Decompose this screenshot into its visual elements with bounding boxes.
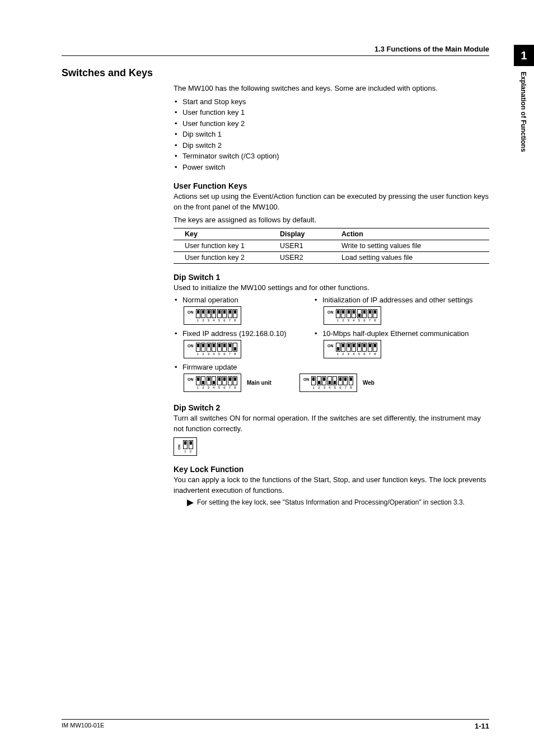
table-cell: Load setting values file bbox=[330, 251, 489, 263]
dip-switch-number: 8 bbox=[234, 386, 236, 389]
dip-switch bbox=[228, 309, 232, 318]
dip-switch bbox=[228, 376, 232, 385]
dip-switch bbox=[322, 376, 326, 385]
dip-switch bbox=[357, 309, 362, 318]
dip-switch-box: ON12 bbox=[174, 437, 197, 456]
side-tab: 1 Explanation of Functions bbox=[514, 45, 534, 190]
dip-switch bbox=[196, 309, 200, 318]
chapter-label-tab: Explanation of Functions bbox=[514, 66, 533, 157]
list-item: User function key 2 bbox=[174, 118, 489, 129]
dip-switch bbox=[222, 376, 227, 385]
dip-switch-number: 1 bbox=[197, 319, 199, 322]
dip-switch-number: 2 bbox=[190, 450, 191, 453]
dip-switch bbox=[346, 309, 351, 318]
dip-switch-number: 7 bbox=[229, 352, 231, 356]
dip-switch-number: 5 bbox=[218, 352, 220, 356]
dip-switch bbox=[341, 343, 345, 352]
dip-switch bbox=[201, 376, 205, 385]
dip-switch-number: 7 bbox=[369, 352, 371, 356]
dip-switch-number: 4 bbox=[329, 386, 330, 389]
dip-switch-number: 6 bbox=[223, 386, 225, 389]
dip-switch-number: 6 bbox=[339, 386, 341, 389]
dip-switch bbox=[352, 309, 356, 318]
dip-switch-box: ON12345678 bbox=[184, 374, 241, 392]
list-item: User function key 1 bbox=[174, 107, 489, 118]
dip-switch bbox=[357, 343, 362, 352]
dip1-fw-web-label: Web bbox=[363, 380, 374, 386]
dip-switch bbox=[373, 309, 377, 318]
dip-switch-number: 3 bbox=[208, 352, 209, 356]
dip-switch-number: 8 bbox=[374, 319, 376, 322]
dip1-init-label: Initialization of IP addresses and other… bbox=[313, 296, 489, 304]
dip-switch-number: 2 bbox=[202, 319, 204, 322]
dip1-tenm-label: 10-Mbps half-duplex Ethernet communicati… bbox=[313, 329, 489, 338]
dip-switch-number: 1 bbox=[184, 450, 186, 453]
dip-switch bbox=[207, 309, 211, 318]
keylock-note-text: For setting the key lock, see "Status In… bbox=[197, 498, 465, 506]
dip-switch-box: ON12345678 bbox=[184, 340, 241, 358]
dip-switch-number: 7 bbox=[229, 319, 231, 322]
dip1-fw-main-label: Main unit bbox=[247, 380, 271, 386]
dip-switch bbox=[212, 343, 216, 352]
dip-switch-number: 6 bbox=[363, 352, 365, 356]
dip-switch bbox=[317, 376, 321, 385]
dip-switch-number: 1 bbox=[197, 352, 199, 356]
dip-switch-number: 2 bbox=[342, 352, 344, 356]
dip-switch-number: 3 bbox=[348, 319, 349, 322]
chapter-number-tab: 1 bbox=[514, 45, 534, 66]
dip-switch bbox=[368, 309, 372, 318]
dip-switch bbox=[336, 343, 340, 352]
dip-switch-number: 3 bbox=[208, 319, 209, 322]
keylock-para: You can apply a lock to the functions of… bbox=[174, 475, 489, 496]
dip-switch-number: 3 bbox=[208, 386, 209, 389]
dip1-para: Used to initialize the MW100 settings an… bbox=[174, 283, 489, 293]
table-row: User function key 2USER2Load setting val… bbox=[174, 251, 489, 263]
ufk-para2: The keys are assigned as follows by defa… bbox=[174, 215, 489, 226]
dip1-fw-label: Firmware update bbox=[174, 363, 489, 371]
keylock-note: For setting the key lock, see "Status In… bbox=[187, 498, 489, 506]
dip-switch bbox=[341, 309, 345, 318]
dip-switch bbox=[207, 343, 211, 352]
dip-on-label: ON bbox=[188, 377, 194, 381]
dip-switch-number: 5 bbox=[358, 319, 360, 322]
svg-marker-0 bbox=[187, 500, 194, 506]
content-block: The MW100 has the following switches and… bbox=[174, 83, 489, 506]
dip-switch bbox=[311, 376, 316, 385]
dip-switch bbox=[336, 309, 340, 318]
dip-switch-number: 6 bbox=[363, 319, 365, 322]
ufk-col-key: Key bbox=[174, 228, 269, 240]
dip-switch bbox=[217, 376, 222, 385]
intro-paragraph: The MW100 has the following switches and… bbox=[174, 83, 489, 94]
dip-switch bbox=[332, 376, 337, 385]
dip-switch bbox=[346, 343, 351, 352]
dip-on-label: ON bbox=[327, 344, 334, 348]
dip-switch bbox=[338, 376, 343, 385]
dip-switch-box: ON12345678 bbox=[324, 340, 381, 358]
footer-doc-id: IM MW100-01E bbox=[62, 722, 104, 730]
dip-switch-box: ON12345678 bbox=[299, 374, 357, 392]
dip-switch-box: ON12345678 bbox=[184, 306, 241, 325]
dip-switch bbox=[327, 376, 332, 385]
dip-switch bbox=[201, 343, 205, 352]
dip-switch bbox=[217, 309, 222, 318]
table-cell: User function key 1 bbox=[174, 240, 269, 251]
dip2-para: Turn all switches ON for normal operatio… bbox=[174, 413, 489, 435]
dip-switch-number: 4 bbox=[353, 352, 354, 356]
section-reference: 1.3 Functions of the Main Module bbox=[374, 45, 489, 53]
dip-switch bbox=[207, 376, 211, 385]
dip-switch-number: 5 bbox=[358, 352, 360, 356]
dip-switch bbox=[373, 343, 377, 352]
dip-switch-number: 4 bbox=[213, 386, 214, 389]
dip-switch bbox=[196, 343, 200, 352]
ufk-col-action: Action bbox=[330, 228, 489, 240]
dip-switch bbox=[196, 376, 200, 385]
dip-switch bbox=[201, 309, 205, 318]
dip-switch bbox=[212, 376, 216, 385]
ufk-col-display: Display bbox=[269, 228, 330, 240]
dip-switch-number: 7 bbox=[345, 386, 346, 389]
dip-switch-number: 2 bbox=[318, 386, 320, 389]
dip-switch bbox=[368, 343, 372, 352]
dip1-heading: Dip Switch 1 bbox=[174, 273, 489, 282]
dip-switch bbox=[343, 376, 348, 385]
dip-switch-number: 3 bbox=[324, 386, 325, 389]
